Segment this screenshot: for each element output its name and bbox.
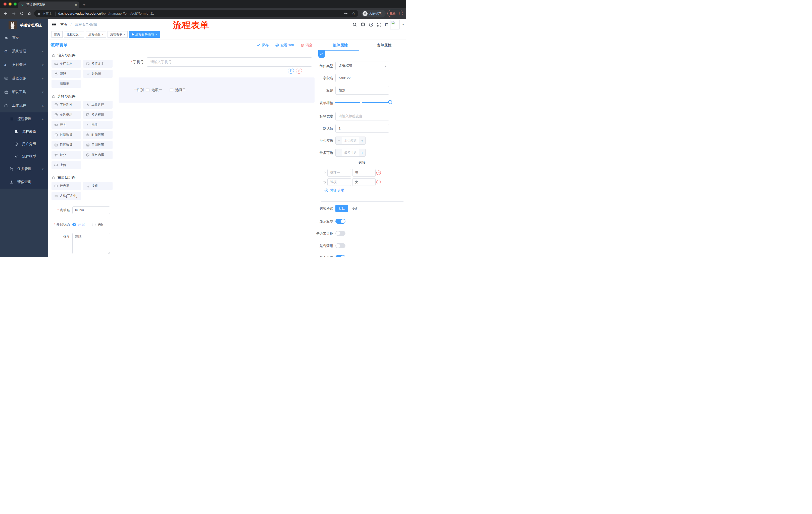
option-style-button[interactable]: 按钮 xyxy=(348,205,361,212)
component-item-editor[interactable]: 编辑器 xyxy=(52,80,81,88)
component-item-checkbox-group[interactable]: 多选框组 xyxy=(83,111,113,119)
tab-component-props[interactable]: 组件属性 xyxy=(318,40,362,50)
tab-close-icon[interactable]: × xyxy=(75,3,77,7)
option-label-input[interactable]: 选项一 xyxy=(327,169,351,177)
tag-close-icon[interactable]: × xyxy=(156,33,157,36)
option-value-input[interactable]: 女 xyxy=(352,178,376,186)
fullscreen-icon[interactable] xyxy=(377,22,381,27)
breadcrumb-home[interactable]: 首页 xyxy=(60,22,67,26)
add-option-button[interactable]: 添加选项 xyxy=(324,188,344,193)
reload-icon[interactable] xyxy=(20,11,24,16)
component-item-rate[interactable]: 评分 xyxy=(52,151,81,159)
min-checked-input[interactable]: 至少应选 xyxy=(342,137,359,144)
url-domain[interactable]: dashboard.yudao.iocoder.cn xyxy=(58,11,101,15)
component-item-switch[interactable]: 开关 xyxy=(52,121,81,129)
component-item-upload[interactable]: 上传 xyxy=(52,161,81,169)
remark-textarea[interactable]: 嘿嘿 xyxy=(72,233,110,254)
component-item-cascader[interactable]: 级联选择 xyxy=(83,101,113,109)
avatar-caret-icon[interactable]: ▾ xyxy=(403,23,404,26)
label-width-input[interactable]: 请输入标签宽度 xyxy=(336,112,389,120)
password-key-icon[interactable] xyxy=(344,11,348,16)
gender-option-2[interactable]: 选项二 xyxy=(170,88,186,92)
tag-process-form-edit[interactable]: 流程表单-编辑 × xyxy=(129,31,160,38)
grid-slider[interactable] xyxy=(335,102,390,103)
component-item-counter[interactable]: 123 计数器 xyxy=(83,70,113,78)
component-item-time-range[interactable]: 时间范围 xyxy=(83,131,113,139)
bookmark-star-icon[interactable]: ☆ xyxy=(352,11,355,16)
sidebar-item-workflow[interactable]: 工作流程 ∧ xyxy=(0,99,48,112)
help-icon[interactable]: ? xyxy=(369,22,373,27)
sidebar-item-process-mgmt[interactable]: 流程管理 ∧ xyxy=(0,112,48,126)
collapse-menu-icon[interactable] xyxy=(52,22,56,27)
link-handle[interactable] xyxy=(318,50,325,58)
option-label-input[interactable]: 选项二 xyxy=(327,178,351,186)
drag-handle-icon[interactable] xyxy=(323,171,327,175)
address-bar[interactable]: 不安全 dashboard.yudao.iocoder.cn/bpm/manag… xyxy=(34,10,358,17)
component-item-color-picker[interactable]: 颜色选择 xyxy=(83,151,113,159)
component-item-radio-group[interactable]: 单选框组 xyxy=(52,111,81,119)
drag-handle-icon[interactable] xyxy=(323,180,327,184)
delete-widget-button[interactable] xyxy=(296,67,302,74)
component-item-table[interactable]: 表格[开发中] xyxy=(52,192,81,200)
status-radio-on[interactable] xyxy=(72,223,76,226)
phone-input[interactable]: 请输入手机号 xyxy=(147,57,312,66)
tag-process-model[interactable]: 流程模型 × xyxy=(86,31,106,38)
sidebar-item-home[interactable]: 首页 xyxy=(0,31,48,45)
browser-tab[interactable]: 芋道管理系统 × xyxy=(18,1,79,8)
remove-option-icon[interactable] xyxy=(376,170,381,175)
component-item-row-container[interactable]: 行容器 xyxy=(52,182,81,190)
increment-button[interactable]: + xyxy=(359,137,365,144)
github-icon[interactable] xyxy=(360,22,365,27)
tag-close-icon[interactable]: × xyxy=(124,33,125,36)
security-label[interactable]: 不安全 xyxy=(42,11,52,16)
sidebar-item-process-model[interactable]: 流程模型 xyxy=(0,150,48,162)
decrement-button[interactable]: − xyxy=(336,149,342,156)
tag-home[interactable]: 首页 xyxy=(52,31,63,38)
field-name-input[interactable]: field122 xyxy=(336,74,389,82)
view-json-button[interactable]: 查看json xyxy=(275,43,294,48)
sidebar-item-system[interactable]: ⚙ 系统管理 ∨ xyxy=(0,45,48,58)
search-icon[interactable] xyxy=(352,22,357,27)
component-type-select[interactable]: 多选框组 ∨ xyxy=(336,62,389,70)
status-radio-off[interactable] xyxy=(92,223,96,226)
component-item-date-range[interactable]: 日期范围 xyxy=(83,141,113,149)
border-toggle[interactable] xyxy=(336,231,345,236)
back-icon[interactable] xyxy=(3,11,8,16)
copy-widget-button[interactable] xyxy=(288,67,294,74)
max-checked-input[interactable]: 最多可选 xyxy=(342,149,359,156)
minimize-window-button[interactable] xyxy=(8,2,11,5)
required-toggle[interactable] xyxy=(336,255,345,257)
sidebar-item-devtools[interactable]: 研发工具 ∨ xyxy=(0,85,48,99)
disabled-toggle[interactable] xyxy=(336,243,345,248)
browser-update-button[interactable]: 更新 ⋮ xyxy=(387,10,403,17)
component-item-text-input[interactable]: 单行文本 xyxy=(52,60,81,67)
remove-option-icon[interactable] xyxy=(376,180,381,185)
component-item-select[interactable]: 下拉选择 xyxy=(52,101,81,109)
tag-process-definition[interactable]: 流程定义 × xyxy=(64,31,84,38)
sidebar-logo[interactable]: 芋道管理系统 xyxy=(0,21,48,29)
option-style-default[interactable]: 默认 xyxy=(336,205,348,212)
component-item-time-picker[interactable]: 时间选择 xyxy=(52,131,81,139)
component-item-date-picker[interactable]: 日期选择 xyxy=(52,141,81,149)
canvas-field-gender-selected[interactable]: 性别 选项一 选项二 xyxy=(119,77,315,103)
default-value-input[interactable]: 1 xyxy=(336,124,389,133)
new-tab-button[interactable]: + xyxy=(83,1,85,8)
option-value-input[interactable]: 男 xyxy=(352,169,376,177)
canvas-field-phone[interactable]: 手机号 请输入手机号 xyxy=(119,57,312,66)
decrement-button[interactable]: − xyxy=(336,137,342,144)
form-name-input[interactable]: biubiu xyxy=(72,207,110,214)
title-input[interactable]: 性别 xyxy=(336,86,389,94)
forward-icon[interactable] xyxy=(11,11,16,16)
close-window-button[interactable] xyxy=(3,2,6,5)
slider-handle[interactable] xyxy=(388,100,392,104)
sidebar-item-user-groups[interactable]: 用户分组 xyxy=(0,138,48,150)
sidebar-item-task-mgmt[interactable]: 任务管理 ∨ xyxy=(0,162,48,175)
save-button[interactable]: 保存 xyxy=(257,43,268,48)
component-item-textarea[interactable]: 多行文本 xyxy=(83,60,113,67)
tab-form-props[interactable]: 表单属性 xyxy=(362,40,406,50)
sidebar-item-payment[interactable]: ¥ 支付管理 ∨ xyxy=(0,58,48,72)
increment-button[interactable]: + xyxy=(359,149,365,156)
maximize-window-button[interactable] xyxy=(13,2,17,5)
canvas[interactable]: 手机号 请输入手机号 性别 xyxy=(115,50,318,257)
not-secure-warning-icon[interactable] xyxy=(37,12,41,15)
